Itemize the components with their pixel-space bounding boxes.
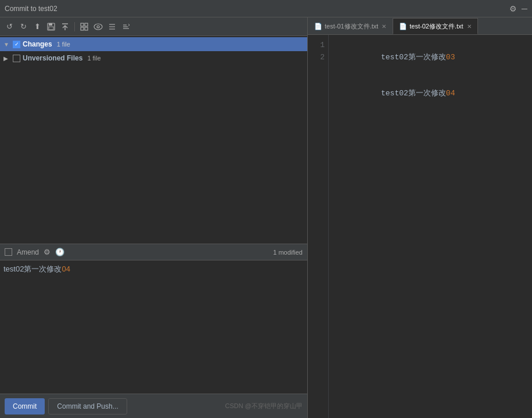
commit-message-area[interactable]: test02第一次修改04 [0, 260, 307, 394]
left-panel: ↺ ↻ ⬆ [0, 17, 308, 418]
code-line1-highlight: 03 [446, 53, 455, 62]
code-line2-text: test02第一次修改 [381, 89, 446, 98]
tab2-label: test-02修改文件.txt [409, 22, 463, 31]
changes-count: 1 file [57, 41, 70, 48]
unversioned-arrow: ▶ [3, 55, 10, 62]
update-project-icon[interactable]: ⬆ [31, 21, 43, 33]
amend-label: Amend [17, 248, 39, 256]
svg-rect-1 [49, 23, 52, 26]
diff-preview-icon[interactable] [92, 21, 104, 33]
changes-group: ▼ Changes 1 file [0, 37, 307, 51]
commit-message-main: test02第一次修改 [3, 265, 62, 273]
tab1-label: test-01修改文件.txt [325, 22, 378, 31]
toolbar-separator [74, 22, 75, 31]
code-line2-highlight: 04 [446, 89, 455, 98]
tab-file2[interactable]: 📄 test-02修改文件.txt ✕ [393, 18, 477, 34]
window-title: Commit to test02 [5, 5, 57, 13]
bottom-bar: Commit Commit and Push... CSDN @不穿铠甲的穿山甲 [0, 394, 307, 418]
commit-message-text[interactable]: test02第一次修改04 [3, 264, 304, 274]
settings-icon[interactable]: ⚙ [509, 4, 517, 13]
changes-checkbox[interactable] [13, 41, 20, 48]
list-icon[interactable] [106, 21, 118, 33]
sort-icon[interactable] [120, 21, 132, 33]
svg-rect-7 [81, 27, 84, 30]
commit-message-highlight: 04 [62, 265, 70, 273]
group-by-icon[interactable] [78, 21, 90, 33]
tab-file1[interactable]: 📄 test-01修改文件.txt ✕ [308, 18, 393, 34]
code-line-2: test02第一次修改04 [336, 76, 525, 112]
svg-rect-8 [85, 27, 88, 30]
file-tree: ▼ Changes 1 file ▶ Unversioned Files 1 f… [0, 36, 307, 244]
tab2-icon: 📄 [399, 23, 407, 30]
unversioned-checkbox[interactable] [13, 55, 20, 62]
svg-rect-6 [85, 23, 88, 26]
amend-settings-icon[interactable]: ⚙ [44, 248, 51, 256]
code-line-1: test02第一次修改03 [336, 40, 525, 76]
svg-point-10 [97, 26, 99, 28]
commit-button[interactable]: Commit [5, 398, 45, 415]
line-numbers: 1 2 [308, 35, 329, 418]
tab1-close-icon[interactable]: ✕ [382, 23, 386, 30]
unversioned-group-header[interactable]: ▶ Unversioned Files 1 file [0, 51, 307, 65]
code-area: 1 2 test02第一次修改03 test02第一次修改04 [308, 35, 532, 418]
bottom-left-actions: Commit Commit and Push... [5, 398, 127, 415]
unversioned-count: 1 file [87, 55, 100, 62]
svg-rect-2 [49, 27, 53, 30]
line-number-2: 2 [308, 52, 325, 64]
title-bar-actions: ⚙ ─ [509, 4, 527, 13]
changes-arrow: ▼ [3, 41, 10, 48]
code-line1-text: test02第一次修改 [381, 53, 446, 62]
svg-rect-5 [81, 23, 84, 26]
title-bar: Commit to test02 ⚙ ─ [0, 0, 532, 17]
tab-bar: 📄 test-01修改文件.txt ✕ 📄 test-02修改文件.txt ✕ [308, 17, 532, 35]
code-content: test02第一次修改03 test02第一次修改04 [329, 35, 532, 418]
commit-and-push-button[interactable]: Commit and Push... [48, 398, 127, 415]
status-bar: Amend ⚙ 🕐 1 modified [0, 244, 307, 260]
redo-icon[interactable]: ↻ [17, 21, 29, 33]
modified-count: 1 modified [273, 249, 303, 256]
minimize-icon[interactable]: ─ [522, 4, 527, 13]
tab2-close-icon[interactable]: ✕ [467, 23, 472, 30]
changes-label: Changes [23, 40, 52, 48]
save-all-icon[interactable] [45, 21, 57, 33]
svg-point-9 [94, 24, 102, 30]
tab1-icon: 📄 [314, 23, 322, 30]
line-number-1: 1 [308, 40, 325, 52]
undo-icon[interactable]: ↺ [3, 21, 15, 33]
toolbar: ↺ ↻ ⬆ [0, 17, 307, 36]
amend-checkbox[interactable] [5, 248, 12, 256]
watermark: CSDN @不穿铠甲的穿山甲 [225, 402, 303, 410]
unversioned-group: ▶ Unversioned Files 1 file [0, 51, 307, 65]
main-area: ↺ ↻ ⬆ [0, 17, 532, 418]
changes-group-header[interactable]: ▼ Changes 1 file [0, 37, 307, 51]
push-icon[interactable] [59, 21, 71, 33]
unversioned-label: Unversioned Files [23, 54, 82, 62]
right-panel: 📄 test-01修改文件.txt ✕ 📄 test-02修改文件.txt ✕ … [308, 17, 532, 418]
status-left: Amend ⚙ 🕐 [5, 248, 64, 256]
amend-history-icon[interactable]: 🕐 [55, 248, 64, 256]
